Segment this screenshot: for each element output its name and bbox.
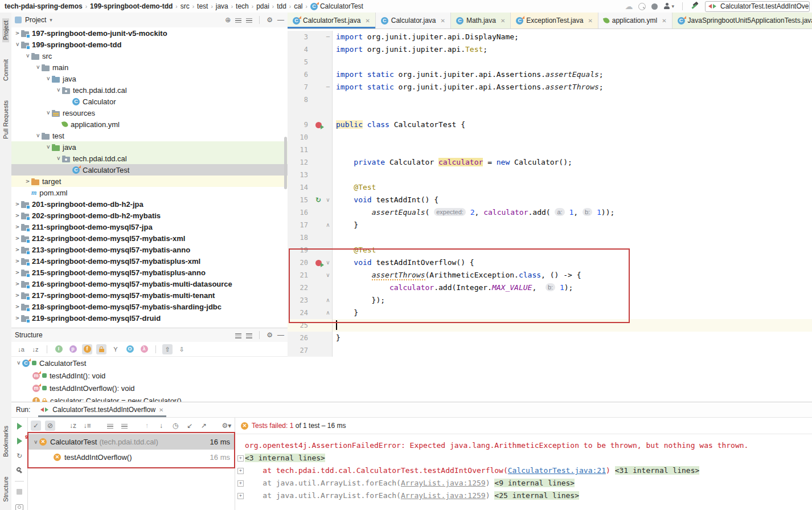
- tree-item[interactable]: >src: [11, 50, 288, 62]
- tree-item[interactable]: mpom.xml: [11, 187, 288, 198]
- tree-chevron-icon[interactable]: >: [56, 87, 61, 94]
- test-result-row[interactable]: >✕CalculatorTest(tech.pdai.tdd.cal)16 ms: [27, 434, 235, 450]
- show-lambdas-icon[interactable]: λ: [139, 344, 149, 354]
- close-icon[interactable]: ✕: [501, 18, 505, 24]
- next-occurrence-icon[interactable]: ↓: [156, 421, 166, 431]
- structure-item[interactable]: mtestAddInt(): void: [11, 369, 288, 382]
- tree-item[interactable]: >main: [11, 62, 288, 73]
- tree-item[interactable]: >219-springboot-demo-mysql57-druid: [11, 312, 288, 324]
- hide-panel-icon[interactable]: —: [277, 331, 284, 339]
- tree-chevron-icon[interactable]: >: [14, 235, 21, 241]
- tree-item[interactable]: >214-springboot-demo-mysql57-mybatisplus…: [11, 255, 288, 267]
- tree-chevron-icon[interactable]: >: [14, 258, 21, 264]
- tree-chevron-icon[interactable]: >: [15, 41, 20, 48]
- tree-chevron-icon[interactable]: >: [14, 281, 21, 287]
- breadcrumb-item[interactable]: java: [216, 2, 228, 10]
- tree-chevron-icon[interactable]: >: [14, 224, 21, 230]
- tree-chevron-icon[interactable]: >: [33, 438, 39, 446]
- tree-item[interactable]: CCalculatorTest: [11, 164, 288, 176]
- close-icon[interactable]: ✕: [365, 18, 370, 24]
- show-inherited-icon[interactable]: I: [54, 344, 64, 354]
- tree-item[interactable]: >211-springboot-demo-mysql57-jpa: [11, 221, 288, 232]
- tree-item[interactable]: >test: [11, 130, 288, 141]
- tree-item[interactable]: >java: [11, 73, 288, 84]
- settings-icon[interactable]: ⚙: [266, 16, 273, 24]
- show-anonymous-classes-icon[interactable]: Y: [110, 344, 121, 354]
- tree-chevron-icon[interactable]: >: [35, 64, 41, 71]
- editor-tab[interactable]: CCalculator.java✕: [376, 13, 451, 28]
- tree-item[interactable]: >213-springboot-demo-mysql57-mybatis-ann…: [11, 244, 288, 255]
- locate-icon[interactable]: ⊕: [225, 16, 231, 24]
- editor-tab[interactable]: CMath.java✕: [451, 13, 511, 28]
- test-result-row[interactable]: ✕testAddIntOverflow()16 ms: [27, 450, 235, 465]
- structure-item[interactable]: mtestAddIntOverflow(): void: [11, 382, 288, 394]
- settings-icon[interactable]: ⚙▾: [222, 421, 232, 431]
- scroll-from-source-icon[interactable]: ⇧: [162, 344, 173, 354]
- stripe-item-project[interactable]: Project: [2, 18, 9, 42]
- console-output[interactable]: org.opentest4j.AssertionFailedError: Exp…: [236, 439, 812, 510]
- cloud-icon[interactable]: ☁: [625, 2, 633, 10]
- build-hammer-icon[interactable]: [691, 2, 699, 10]
- breadcrumb-item[interactable]: tdd: [277, 2, 286, 10]
- settings-icon[interactable]: ⚙: [266, 331, 273, 339]
- fold-marker-icon[interactable]: ∧: [324, 307, 333, 319]
- tree-chevron-icon[interactable]: >: [14, 213, 21, 218]
- tree-item[interactable]: >target: [11, 176, 288, 187]
- run-configuration-select[interactable]: CalculatorTest.testAddIntOve: [705, 1, 810, 12]
- tree-chevron-icon[interactable]: >: [14, 304, 21, 309]
- editor-tab[interactable]: CExceptionTest.java✕: [511, 13, 598, 28]
- tree-chevron-icon[interactable]: >: [46, 144, 51, 151]
- breadcrumb-item[interactable]: 199-springboot-demo-tdd: [90, 2, 173, 10]
- project-panel-title[interactable]: Project: [25, 16, 46, 24]
- expand-all-icon[interactable]: [105, 421, 115, 431]
- editor-tab[interactable]: CJavaSpringbootUnit5ApplicationTests.jav…: [672, 13, 812, 28]
- expand-fold-icon[interactable]: +: [237, 493, 244, 499]
- rerun-tests-button[interactable]: [14, 422, 24, 431]
- test-failed-run-icon[interactable]: [315, 260, 322, 266]
- sort-by-duration-icon[interactable]: ↓≡: [82, 421, 92, 431]
- show-fields-icon[interactable]: f: [82, 344, 92, 354]
- expand-fold-icon[interactable]: +: [237, 455, 244, 462]
- tree-item[interactable]: >212-springboot-demo-mysql57-mybatis-xml: [11, 232, 288, 244]
- fold-marker-icon[interactable]: ∧: [324, 219, 333, 231]
- stripe-item-bookmarks[interactable]: Bookmarks: [2, 423, 9, 459]
- expand-all-icon[interactable]: [235, 333, 241, 338]
- sort-alphabetically-icon[interactable]: ↓z: [68, 421, 78, 431]
- collapse-all-icon[interactable]: [246, 18, 252, 23]
- import-test-results-icon[interactable]: ↙: [184, 421, 195, 431]
- tree-chevron-icon[interactable]: >: [14, 30, 21, 36]
- tree-chevron-icon[interactable]: >: [56, 155, 61, 162]
- expand-all-icon[interactable]: [235, 18, 241, 23]
- breadcrumb-item[interactable]: pdai: [256, 2, 269, 10]
- fold-marker-icon[interactable]: ∨: [324, 269, 333, 281]
- structure-item[interactable]: >CCalculatorTest: [11, 357, 288, 369]
- fold-marker-icon[interactable]: −: [324, 81, 333, 93]
- test-settings-wrench-icon[interactable]: [14, 466, 24, 475]
- tree-item[interactable]: application.yml: [11, 119, 288, 130]
- search-icon[interactable]: [638, 3, 646, 10]
- tree-item[interactable]: >java: [11, 141, 288, 153]
- tree-item[interactable]: >resources: [11, 107, 288, 119]
- show-ignored-toggle[interactable]: ⊘: [45, 421, 55, 431]
- tree-chevron-icon[interactable]: >: [14, 292, 21, 298]
- tree-item[interactable]: >218-springboot-demo-mysql57-mybatis-sha…: [11, 301, 288, 312]
- tree-item[interactable]: >tech.pdai.tdd.cal: [11, 84, 288, 96]
- tree-item[interactable]: >tech.pdai.tdd.cal: [11, 153, 288, 164]
- tree-chevron-icon[interactable]: >: [25, 52, 31, 60]
- show-passed-toggle[interactable]: ✓: [31, 421, 41, 431]
- expand-fold-icon[interactable]: +: [237, 480, 244, 487]
- tree-item[interactable]: >216-springboot-demo-mysql57-mybatis-mul…: [11, 278, 288, 289]
- fold-marker-icon[interactable]: ∨: [324, 194, 333, 206]
- run-tab[interactable]: CalculatorTest.testAddIntOverflow ✕: [38, 402, 166, 417]
- fold-marker-icon[interactable]: ∨: [324, 256, 333, 269]
- close-icon[interactable]: ✕: [159, 407, 163, 413]
- tree-chevron-icon[interactable]: >: [14, 315, 21, 321]
- stacktrace-link[interactable]: ArrayList.java:1259: [401, 491, 486, 500]
- tree-chevron-icon[interactable]: >: [14, 201, 21, 207]
- test-history-icon[interactable]: ◷: [170, 421, 181, 431]
- tree-chevron-icon[interactable]: >: [46, 109, 51, 117]
- tree-item[interactable]: >197-springboot-demo-junit-v5-mockito: [11, 27, 288, 39]
- collapse-all-icon[interactable]: [119, 421, 129, 431]
- test-passed-run-icon[interactable]: ↻: [315, 197, 321, 203]
- close-icon[interactable]: ✕: [588, 18, 592, 24]
